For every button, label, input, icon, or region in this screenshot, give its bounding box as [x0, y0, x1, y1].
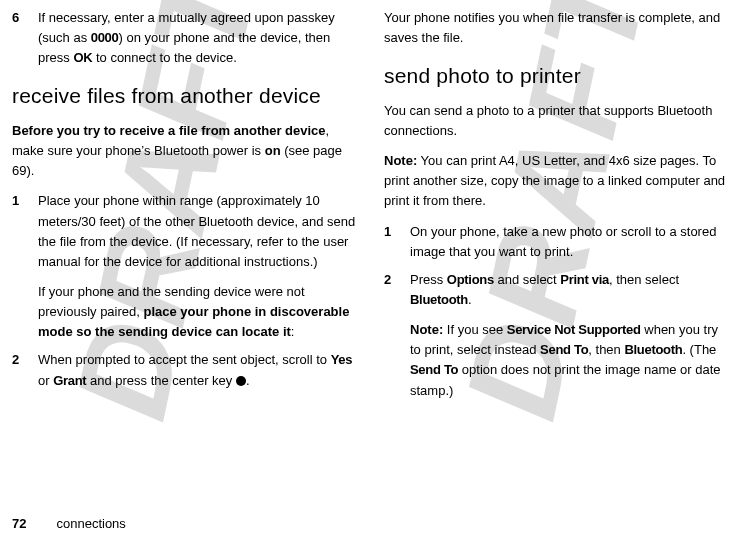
- step-number: 2: [384, 270, 410, 401]
- step-body: When prompted to accept the sent object,…: [38, 350, 360, 390]
- text: Press: [410, 272, 447, 287]
- passkey-code: 0000: [91, 30, 119, 45]
- text: to connect to the device.: [92, 50, 237, 65]
- step-2: 2 When prompted to accept the sent objec…: [12, 350, 360, 390]
- grant-option: Grant: [53, 373, 86, 388]
- service-not-supported: Service Not Supported: [507, 322, 641, 337]
- step-number: 6: [12, 8, 38, 68]
- step-6: 6 If necessary, enter a mutually agreed …: [12, 8, 360, 68]
- section-name: connections: [56, 516, 125, 531]
- yes-option: Yes: [331, 352, 353, 367]
- note-paragraph: Note: You can print A4, US Letter, and 4…: [384, 151, 732, 211]
- page-footer: 72connections: [12, 516, 126, 531]
- top-paragraph: Your phone notifies you when file transf…: [384, 8, 732, 48]
- step-sub: If your phone and the sending device wer…: [38, 282, 360, 342]
- note-label: Note:: [384, 153, 417, 168]
- text: Place your phone within range (approxima…: [38, 193, 355, 268]
- intro-bold: Before you try to receive a file from an…: [12, 123, 326, 138]
- step-body: If necessary, enter a mutually agreed up…: [38, 8, 360, 68]
- heading-receive-files: receive files from another device: [12, 80, 360, 113]
- text: :: [291, 324, 295, 339]
- heading-send-photo: send photo to printer: [384, 60, 732, 93]
- text: If you see: [443, 322, 507, 337]
- text: , then select: [609, 272, 679, 287]
- text: and select: [494, 272, 561, 287]
- step-2: 2 Press Options and select Print via, th…: [384, 270, 732, 401]
- text: , then: [588, 342, 624, 357]
- send-to-option: Send To: [540, 342, 588, 357]
- step-1: 1 On your phone, take a new photo or scr…: [384, 222, 732, 262]
- step-number: 2: [12, 350, 38, 390]
- bluetooth-option: Bluetooth: [624, 342, 682, 357]
- ok-key: OK: [73, 50, 92, 65]
- step-note: Note: If you see Service Not Supported w…: [410, 320, 732, 401]
- step-body: Press Options and select Print via, then…: [410, 270, 732, 401]
- text: You can print A4, US Letter, and 4x6 siz…: [384, 153, 725, 208]
- step-body: On your phone, take a new photo or scrol…: [410, 222, 732, 262]
- note-label: Note:: [410, 322, 443, 337]
- content-columns: 6 If necessary, enter a mutually agreed …: [12, 8, 740, 409]
- step-number: 1: [12, 191, 38, 342]
- text: .: [468, 292, 472, 307]
- intro-paragraph: Before you try to receive a file from an…: [12, 121, 360, 181]
- left-column: 6 If necessary, enter a mutually agreed …: [12, 8, 360, 409]
- step-number: 1: [384, 222, 410, 262]
- step-1: 1 Place your phone within range (approxi…: [12, 191, 360, 342]
- right-column: Your phone notifies you when file transf…: [384, 8, 732, 409]
- text: or: [38, 373, 53, 388]
- on-word: on: [265, 143, 281, 158]
- text: .: [246, 373, 250, 388]
- print-via-option: Print via: [560, 272, 609, 287]
- text: and press the center key: [86, 373, 236, 388]
- text: When prompted to accept the sent object,…: [38, 352, 331, 367]
- send-to-option: Send To: [410, 362, 458, 377]
- step-body: Place your phone within range (approxima…: [38, 191, 360, 342]
- bluetooth-option: Bluetooth: [410, 292, 468, 307]
- options-key: Options: [447, 272, 494, 287]
- paragraph: You can send a photo to a printer that s…: [384, 101, 732, 141]
- page-number: 72: [12, 516, 26, 531]
- center-key-icon: [236, 376, 246, 386]
- text: . (The: [682, 342, 716, 357]
